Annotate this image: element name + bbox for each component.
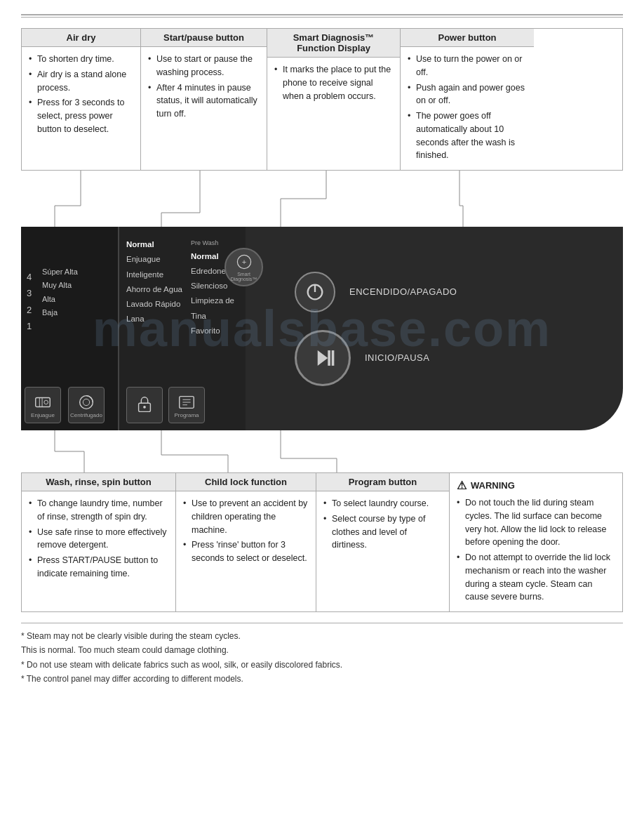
footnotes: * Steam may not be clearly visible durin… xyxy=(21,623,623,687)
child-lock-item-2: Press 'rinse' button for 3 seconds to se… xyxy=(183,538,309,565)
air-dry-content: To shorten dry time. Air dry is a stand … xyxy=(22,47,140,144)
level-1: 1 xyxy=(27,318,32,334)
power-row: ENCENDIDO/APAGADO xyxy=(295,272,623,312)
play-pause-icon xyxy=(309,344,337,372)
start-pause-item-2: After 4 minutes in pause status, it will… xyxy=(148,81,260,121)
level-super-alta: Súper Alta xyxy=(42,265,78,279)
prog-enjuague: Enjuague Inteligente xyxy=(126,252,184,282)
child-lock-content: Use to prevent an accident by children o… xyxy=(176,491,316,573)
centrifugado-icon-btn[interactable]: Centrifugado xyxy=(68,387,105,423)
warning-title: ⚠ WARNING xyxy=(457,479,615,492)
smart-diag-btn-wrapper: + SmartDiagnosis™ xyxy=(224,248,263,286)
left-panel: 4 3 2 1 Súper Alta Muy Alta Alta Baja xyxy=(21,227,119,430)
footnote-2: * Do not use steam with delicate fabrics… xyxy=(21,658,623,672)
program-btn-title: Program button xyxy=(316,473,449,491)
level-labels: Súper Alta Muy Alta Alta Baja xyxy=(42,265,78,319)
level-muy-alta: Muy Alta xyxy=(42,279,78,292)
enjuague-icon xyxy=(33,392,53,412)
air-dry-item-3: Press for 3 seconds to select, press pow… xyxy=(29,96,133,135)
bottom-icons-mid: Programa xyxy=(126,387,205,423)
prog-limpieza: Limpieza de Tina xyxy=(191,293,239,324)
warning-box: ⚠ WARNING Do not touch the lid during st… xyxy=(450,473,622,611)
wash-rinse-spin-box: Wash, rinse, spin button To change laund… xyxy=(22,473,176,611)
prog-lana: Lana xyxy=(126,312,184,326)
top-info-grid: Air dry To shorten dry time. Air dry is … xyxy=(21,28,623,171)
warning-triangle-icon: ⚠ xyxy=(457,479,467,492)
air-dry-item-2: Air dry is a stand alone process. xyxy=(29,68,133,95)
page-wrapper: Air dry To shorten dry time. Air dry is … xyxy=(0,0,644,834)
warning-item-2: Do not attempt to override the lid lock … xyxy=(457,551,615,604)
enjuague-label: Enjuague xyxy=(31,412,55,418)
machine-panel: manualsbase.com 4 3 2 1 Súper Alta Muy A… xyxy=(21,227,623,430)
smart-diag-title: Smart Diagnosis™Function Display xyxy=(267,29,400,58)
enjuague-icon-btn[interactable]: Enjuague xyxy=(25,387,61,423)
smart-diag-machine-label: SmartDiagnosis™ xyxy=(231,272,257,282)
footnote-1b: This is normal. Too much steam could dam… xyxy=(21,643,623,657)
programa-label: Programa xyxy=(174,412,199,418)
centrifugado-icon xyxy=(76,392,96,412)
start-pause-content: Use to start or pause the washing proces… xyxy=(141,47,267,128)
child-lock-title: Child lock function xyxy=(176,473,316,491)
power-btn-item-1: Use to turn the power on or off. xyxy=(408,53,527,79)
inicio-label: INICIO/PAUSA xyxy=(365,352,429,363)
inicio-machine-btn[interactable] xyxy=(295,330,351,386)
power-machine-btn[interactable] xyxy=(295,272,335,312)
bottom-info-grid: Wash, rinse, spin button To change laund… xyxy=(21,472,623,612)
power-btn-item-2: Push again and power goes on or off. xyxy=(408,81,527,108)
start-pause-item-1: Use to start or pause the washing proces… xyxy=(148,53,260,79)
footnote-1: * Steam may not be clearly visible durin… xyxy=(21,629,623,643)
prog-normal: Normal xyxy=(126,237,184,252)
right-panel: ENCENDIDO/APAGADO INICIO/PAUSA xyxy=(281,227,623,430)
child-lock-icon xyxy=(135,395,154,415)
bottom-connector-area xyxy=(21,430,623,472)
smart-diag-list: It marks the place to put the phone to r… xyxy=(274,63,393,102)
level-3: 3 xyxy=(27,285,32,301)
svg-marker-26 xyxy=(318,350,328,366)
top-connector-area xyxy=(21,171,623,227)
level-2: 2 xyxy=(27,302,32,318)
wash-rinse-spin-content: To change laundry time, number of rinse,… xyxy=(22,491,175,588)
power-btn-title: Power button xyxy=(401,29,534,47)
start-pause-box: Start/pause button Use to start or pause… xyxy=(141,29,267,170)
svg-point-13 xyxy=(44,400,48,404)
air-dry-list: To shorten dry time. Air dry is a stand … xyxy=(29,53,133,136)
top-rule-thin xyxy=(21,17,623,18)
air-dry-box: Air dry To shorten dry time. Air dry is … xyxy=(22,29,141,170)
program-icon-btn[interactable]: Programa xyxy=(168,387,205,423)
level-alta: Alta xyxy=(42,293,78,306)
program-btn-list: To select laundry course. Select course … xyxy=(323,497,442,552)
svg-rect-28 xyxy=(332,350,335,366)
child-lock-list: Use to prevent an accident by children o… xyxy=(183,497,309,565)
child-lock-icon-btn[interactable] xyxy=(126,387,163,423)
child-lock-box: Child lock function Use to prevent an ac… xyxy=(176,473,316,611)
wash-item-3: Press START/PAUSE button to indicate rem… xyxy=(29,554,168,581)
start-pause-list: Use to start or pause the washing proces… xyxy=(148,53,260,121)
power-icon xyxy=(304,282,326,303)
program-col1: Normal Enjuague Inteligente Ahorro de Ag… xyxy=(126,237,184,338)
level-baja: Baja xyxy=(42,306,78,319)
top-rule-thick xyxy=(21,14,623,15)
bottom-connector-svg xyxy=(21,430,407,472)
warning-content: Do not touch the lid during steam cycles… xyxy=(457,496,615,604)
svg-point-17 xyxy=(143,406,146,409)
wash-item-1: To change laundry time, number of rinse,… xyxy=(29,497,168,524)
svg-rect-27 xyxy=(328,350,330,366)
prog-favorito: Favorito xyxy=(191,324,239,338)
svg-point-15 xyxy=(83,399,89,405)
top-connector-svg xyxy=(21,171,533,227)
power-btn-item-3: The power goes off automatically about 1… xyxy=(408,110,527,162)
warning-label: WARNING xyxy=(471,480,515,491)
level-4: 4 xyxy=(27,269,32,285)
smart-diag-machine-btn[interactable]: + SmartDiagnosis™ xyxy=(224,248,263,286)
wash-rinse-spin-list: To change laundry time, number of rinse,… xyxy=(29,497,168,581)
machine-inner: manualsbase.com 4 3 2 1 Súper Alta Muy A… xyxy=(21,227,623,430)
wash-item-2: Use safe rinse to more effectively remov… xyxy=(29,526,168,552)
program-btn-content: To select laundry course. Select course … xyxy=(316,491,449,560)
smart-diag-content: It marks the place to put the phone to r… xyxy=(267,58,400,110)
svg-text:+: + xyxy=(241,258,246,266)
programs-columns: Normal Enjuague Inteligente Ahorro de Ag… xyxy=(126,237,239,338)
level-numbers: 4 3 2 1 xyxy=(27,269,32,335)
program-btn-item-1: To select laundry course. xyxy=(323,497,442,510)
bottom-icons-left: Enjuague Centrifugado xyxy=(25,387,105,423)
encendido-label: ENCENDIDO/APAGADO xyxy=(349,286,457,297)
